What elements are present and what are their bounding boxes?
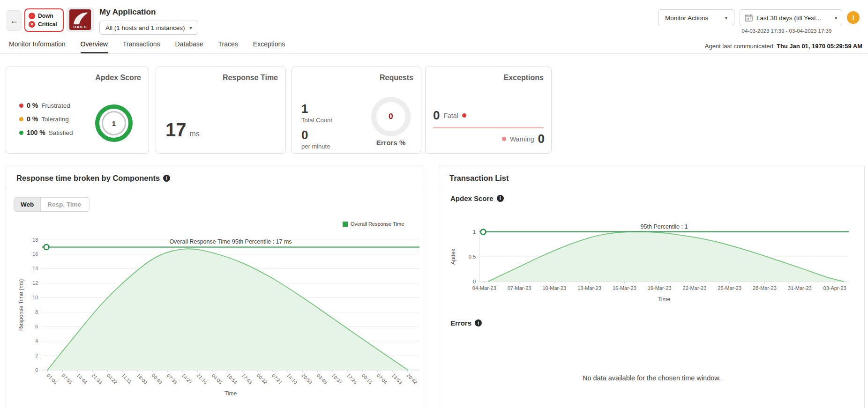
- svg-text:21:16: 21:16: [196, 372, 209, 385]
- monitor-actions-dropdown[interactable]: Monitor Actions ▾: [658, 9, 734, 26]
- exclamation-icon: !: [852, 14, 854, 22]
- fatal-label: Fatal: [443, 112, 458, 119]
- svg-text:10:54: 10:54: [226, 372, 239, 385]
- svg-text:20:42: 20:42: [406, 372, 419, 385]
- chevron-down-icon: ▾: [835, 15, 837, 21]
- fatal-value: 0: [433, 108, 440, 123]
- info-icon[interactable]: i: [497, 195, 504, 202]
- svg-text:10:37: 10:37: [331, 372, 344, 385]
- monitor-status-box[interactable]: ↓ Down ✕ Critical: [24, 8, 64, 32]
- response-time-components-panel: Response time broken by Components i Web…: [6, 165, 424, 408]
- apdex-gauge-value: 1: [102, 111, 126, 135]
- warning-row: Warning 0: [502, 132, 545, 146]
- tab-bar: Monitor Information Overview Transaction…: [9, 40, 285, 53]
- svg-text:13-Mar-23: 13-Mar-23: [577, 285, 601, 291]
- rails-logo-label: RAILS: [69, 25, 91, 29]
- tab-overview[interactable]: Overview: [81, 40, 108, 53]
- chevron-down-icon: ▾: [725, 15, 727, 21]
- date-range-picker[interactable]: Last 30 days (till Yest... ▾: [740, 9, 842, 26]
- status-badge-critical[interactable]: ✕ Critical: [29, 21, 60, 28]
- red-dot-icon: [462, 113, 466, 118]
- svg-text:07:55: 07:55: [61, 372, 74, 385]
- per-minute-value: 0: [301, 128, 308, 142]
- svg-text:19-Mar-23: 19-Mar-23: [648, 285, 672, 291]
- toggle-resp-time[interactable]: Resp. Time: [41, 198, 90, 211]
- calendar-icon: [745, 14, 753, 22]
- legend-item-frustrated: 0 % Frustrated: [19, 102, 73, 109]
- svg-text:07:38: 07:38: [166, 372, 179, 385]
- alert-badge[interactable]: !: [847, 11, 860, 24]
- panel-title: Response time broken by Components i: [16, 174, 170, 183]
- response-time-unit: ms: [190, 130, 200, 138]
- svg-text:6: 6: [35, 324, 38, 329]
- back-arrow-icon: ←: [10, 16, 18, 26]
- agent-value: Thu Jan 01, 1970 05:29:59 AM: [777, 43, 862, 50]
- apm-overview-page: ← ↓ Down ✕ Critical RAILS My Application…: [0, 0, 868, 408]
- svg-text:03:48: 03:48: [316, 372, 329, 385]
- svg-text:Apdex: Apdex: [450, 249, 456, 265]
- svg-text:07:21: 07:21: [271, 372, 284, 385]
- tab-transactions[interactable]: Transactions: [123, 40, 160, 53]
- card-title: Response Time: [223, 74, 278, 82]
- sub-heading-text: Errors: [450, 319, 471, 327]
- pink-dot-icon: [502, 137, 506, 141]
- rails-logo-tile: RAILS: [69, 9, 91, 30]
- svg-text:2: 2: [35, 353, 38, 358]
- warning-label: Warning: [510, 135, 534, 143]
- svg-text:0: 0: [473, 279, 476, 284]
- svg-text:Time: Time: [224, 390, 237, 397]
- svg-text:31-Mar-23: 31-Mar-23: [788, 285, 812, 291]
- apdex-gauge: 1: [95, 104, 133, 142]
- agent-last-communicated: Agent last communicated: Thu Jan 01, 197…: [705, 43, 862, 50]
- transaction-list-panel: Transaction List Apdex Score i 00.5104-M…: [439, 165, 865, 408]
- monitor-actions-label: Monitor Actions: [665, 15, 708, 22]
- svg-text:03-Apr-23: 03-Apr-23: [823, 285, 846, 291]
- tab-monitor-information[interactable]: Monitor Information: [9, 40, 66, 53]
- total-count-value: 1: [301, 102, 308, 116]
- errors-donut-value: 0: [389, 112, 393, 121]
- svg-text:00:32: 00:32: [256, 372, 269, 385]
- agent-label: Agent last communicated:: [705, 43, 775, 50]
- page-title: My Application: [99, 7, 156, 17]
- svg-text:16-Mar-23: 16-Mar-23: [613, 285, 636, 291]
- panel-title: Transaction List: [449, 174, 509, 183]
- down-arrow-icon: ↓: [29, 13, 35, 19]
- svg-text:Time: Time: [658, 296, 671, 303]
- status-critical-label: Critical: [38, 21, 57, 28]
- info-icon[interactable]: i: [475, 319, 482, 326]
- tab-traces[interactable]: Traces: [218, 40, 238, 53]
- legend-label: Satisfied: [49, 129, 73, 136]
- svg-text:17:26: 17:26: [346, 372, 359, 385]
- legend-value: 0 %: [27, 102, 38, 109]
- status-badge-down[interactable]: ↓ Down: [29, 13, 60, 19]
- svg-text:25-Mar-23: 25-Mar-23: [718, 285, 741, 291]
- svg-text:10-Mar-23: 10-Mar-23: [542, 285, 566, 291]
- svg-text:28-Mar-23: 28-Mar-23: [753, 285, 777, 291]
- total-count-label: Total Count: [301, 117, 332, 124]
- svg-text:07-Mar-23: 07-Mar-23: [508, 285, 531, 291]
- svg-text:16: 16: [32, 251, 38, 257]
- tab-database[interactable]: Database: [175, 40, 203, 53]
- tab-exceptions[interactable]: Exceptions: [253, 40, 285, 53]
- rails-logo: RAILS: [67, 7, 94, 32]
- divider: [6, 190, 424, 190]
- info-icon[interactable]: i: [163, 175, 170, 182]
- svg-text:12: 12: [32, 280, 38, 286]
- svg-text:13:53: 13:53: [391, 372, 404, 385]
- toggle-web[interactable]: Web: [14, 198, 41, 211]
- svg-text:14:10: 14:10: [286, 372, 299, 385]
- red-dot-icon: [19, 104, 23, 108]
- scope-selector-dropdown[interactable]: All (1 hosts and 1 instances) ▾: [99, 21, 198, 35]
- legend-label: Tolerating: [41, 116, 69, 123]
- back-button[interactable]: ←: [7, 10, 22, 31]
- svg-text:8: 8: [35, 309, 38, 315]
- svg-text:1: 1: [473, 229, 476, 235]
- svg-text:20:59: 20:59: [301, 372, 314, 385]
- divider: [439, 190, 864, 190]
- svg-text:04:22: 04:22: [106, 372, 119, 385]
- svg-text:10: 10: [32, 295, 38, 300]
- svg-text:Response Time (ms): Response Time (ms): [18, 279, 24, 331]
- svg-text:07:04: 07:04: [376, 372, 389, 385]
- card-title: Requests: [380, 74, 413, 82]
- card-title: Apdex Score: [95, 74, 141, 82]
